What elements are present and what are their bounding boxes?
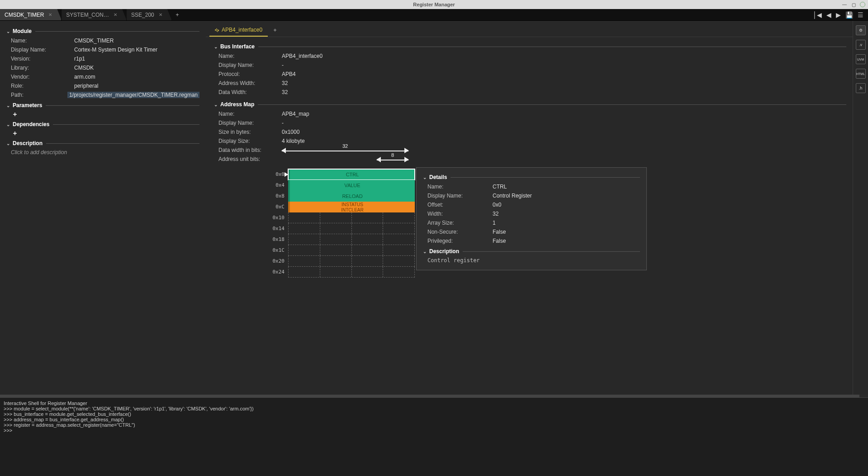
chevron-down-icon: ⌄ bbox=[423, 249, 428, 254]
module-role[interactable]: peripheral bbox=[74, 83, 98, 89]
addr-label: 0x10 bbox=[261, 212, 288, 223]
module-version[interactable]: r1p1 bbox=[74, 56, 85, 62]
chevron-down-icon: ⌄ bbox=[6, 103, 12, 108]
console-line: >>> register = address_map.select_regist… bbox=[4, 422, 864, 428]
add-dependency-button[interactable]: ＋ bbox=[11, 129, 19, 137]
window-close-icon[interactable] bbox=[860, 2, 865, 7]
busif-data-width[interactable]: 32 bbox=[282, 89, 288, 95]
empty-row bbox=[288, 212, 415, 223]
tab-cmsdk-timer[interactable]: CMSDK_TIMER ✕ bbox=[0, 9, 62, 20]
register-value[interactable]: VALUE bbox=[288, 180, 415, 191]
module-library[interactable]: CMSDK bbox=[74, 65, 94, 71]
menu-icon[interactable]: ☰ bbox=[858, 11, 863, 19]
export-verilog-button[interactable]: .v bbox=[856, 40, 866, 50]
addrmap-name[interactable]: APB4_map bbox=[282, 111, 309, 117]
nav-forward-icon[interactable]: ▶ bbox=[836, 11, 841, 19]
details-name[interactable]: CTRL bbox=[493, 184, 507, 190]
console-line: >>> address_map = bus_interface.get_addr… bbox=[4, 417, 864, 422]
addrmap-display-name[interactable]: - bbox=[282, 120, 284, 126]
details-privileged[interactable]: False bbox=[493, 238, 506, 244]
chevron-down-icon: ⌄ bbox=[423, 175, 428, 180]
document-tabbar: CMSDK_TIMER ✕ SYSTEM_CON… ✕ SSE_200 ✕ ＋ … bbox=[0, 9, 868, 21]
addr-label: 0x0 bbox=[261, 169, 288, 180]
nav-first-icon[interactable]: │◀ bbox=[813, 11, 822, 19]
add-tab-button[interactable]: ＋ bbox=[172, 9, 183, 20]
export-uvm-button[interactable]: UVM bbox=[856, 54, 866, 64]
window-title: Register Manager bbox=[413, 2, 455, 7]
section-details[interactable]: ⌄Details bbox=[423, 174, 640, 180]
details-non-secure[interactable]: False bbox=[493, 229, 506, 235]
console-header: Interactive Shell for Register Manager bbox=[4, 401, 864, 406]
export-html-button[interactable]: HTML bbox=[856, 69, 866, 79]
window-minimize-icon[interactable]: — bbox=[842, 2, 847, 7]
register-intclear[interactable]: INTCLEAR bbox=[288, 207, 415, 212]
close-icon[interactable]: ✕ bbox=[159, 12, 162, 17]
chevron-down-icon: ⌄ bbox=[6, 122, 12, 127]
chevron-down-icon: ⌄ bbox=[6, 141, 12, 146]
section-description[interactable]: ⌄Description bbox=[6, 140, 199, 146]
module-panel: ⌄Module Name:CMSDK_TIMER Display Name:Co… bbox=[0, 21, 206, 395]
details-description[interactable]: Control register bbox=[427, 257, 640, 264]
section-dependencies[interactable]: ⌄Dependencies bbox=[6, 121, 199, 127]
register-reload[interactable]: RELOAD bbox=[288, 191, 415, 202]
empty-row bbox=[288, 267, 415, 278]
tab-label: SSE_200 bbox=[131, 12, 154, 18]
module-path[interactable]: 1/projects/register_manager/CMSDK_TIMER.… bbox=[67, 92, 199, 98]
addr-label: 0x1C bbox=[261, 245, 288, 256]
description-placeholder[interactable]: Click to add description bbox=[11, 149, 199, 156]
details-array-size[interactable]: 1 bbox=[493, 220, 496, 226]
console-prompt[interactable]: >>> bbox=[4, 428, 864, 433]
module-name[interactable]: CMSDK_TIMER bbox=[74, 38, 114, 44]
gear-icon[interactable]: ⚙ bbox=[856, 25, 866, 35]
interactive-shell[interactable]: Interactive Shell for Register Manager >… bbox=[0, 397, 868, 476]
tab-apb4-interface0[interactable]: ⇄ APB4_interface0 bbox=[209, 24, 268, 37]
details-popover: ⌄Details Name:CTRL Display Name:Control … bbox=[416, 167, 647, 270]
empty-row bbox=[288, 234, 415, 245]
section-parameters[interactable]: ⌄Parameters bbox=[6, 102, 199, 108]
module-vendor[interactable]: arm.com bbox=[74, 74, 95, 80]
window-maximize-icon[interactable]: ▢ bbox=[851, 2, 856, 7]
details-offset[interactable]: 0x0 bbox=[493, 202, 501, 208]
add-parameter-button[interactable]: ＋ bbox=[11, 110, 19, 118]
section-details-description[interactable]: ⌄Description bbox=[423, 248, 640, 254]
addr-label: 0x14 bbox=[261, 223, 288, 234]
export-header-button[interactable]: .h bbox=[856, 83, 866, 93]
tab-label: SYSTEM_CON… bbox=[66, 12, 109, 18]
busif-name[interactable]: APB4_interface0 bbox=[282, 53, 323, 59]
close-icon[interactable]: ✕ bbox=[114, 12, 117, 17]
module-display-name[interactable]: Cortex-M System Design Kit Timer bbox=[74, 47, 157, 53]
details-width[interactable]: 32 bbox=[493, 211, 498, 217]
add-interface-button[interactable]: ＋ bbox=[268, 24, 282, 37]
addr-label: 0x4 bbox=[261, 180, 288, 191]
chevron-down-icon: ⌄ bbox=[214, 44, 219, 49]
empty-row bbox=[288, 256, 415, 267]
busif-display-name[interactable]: - bbox=[282, 62, 284, 68]
close-icon[interactable]: ✕ bbox=[48, 12, 52, 17]
addr-label: 0xC bbox=[261, 202, 288, 212]
interface-icon: ⇄ bbox=[213, 26, 221, 33]
section-address-map[interactable]: ⌄Address Map bbox=[214, 101, 846, 108]
chevron-down-icon: ⌄ bbox=[6, 29, 12, 34]
tab-sse-200[interactable]: SSE_200 ✕ bbox=[127, 9, 172, 20]
export-rail: ⚙ .v UVM HTML .h bbox=[853, 21, 868, 395]
addr-label: 0x24 bbox=[261, 267, 288, 278]
register-ctrl[interactable]: CTRL bbox=[288, 169, 415, 180]
midtab-label: APB4_interface0 bbox=[222, 27, 262, 33]
register-instatus[interactable]: INSTATUS bbox=[288, 202, 415, 207]
nav-back-icon[interactable]: ◀ bbox=[826, 11, 831, 19]
busif-address-width[interactable]: 32 bbox=[282, 80, 288, 86]
section-bus-interface[interactable]: ⌄Bus Interface bbox=[214, 43, 846, 50]
console-line: >>> module = select_module(**{'name': 'C… bbox=[4, 406, 864, 411]
addr-unit-arrow: 8 bbox=[377, 156, 408, 162]
console-line: >>> bus_interface = module.get_selected_… bbox=[4, 411, 864, 417]
addr-label: 0x20 bbox=[261, 256, 288, 267]
busif-protocol[interactable]: APB4 bbox=[282, 71, 296, 77]
section-module[interactable]: ⌄Module bbox=[6, 28, 199, 34]
details-display-name[interactable]: Control Register bbox=[493, 193, 532, 199]
tab-system-con[interactable]: SYSTEM_CON… ✕ bbox=[62, 9, 127, 20]
addrmap-size[interactable]: 0x1000 bbox=[282, 129, 299, 135]
addr-label: 0x18 bbox=[261, 234, 288, 245]
empty-row bbox=[288, 245, 415, 256]
save-icon[interactable]: 💾 bbox=[845, 11, 853, 19]
addr-label: 0x8 bbox=[261, 191, 288, 202]
